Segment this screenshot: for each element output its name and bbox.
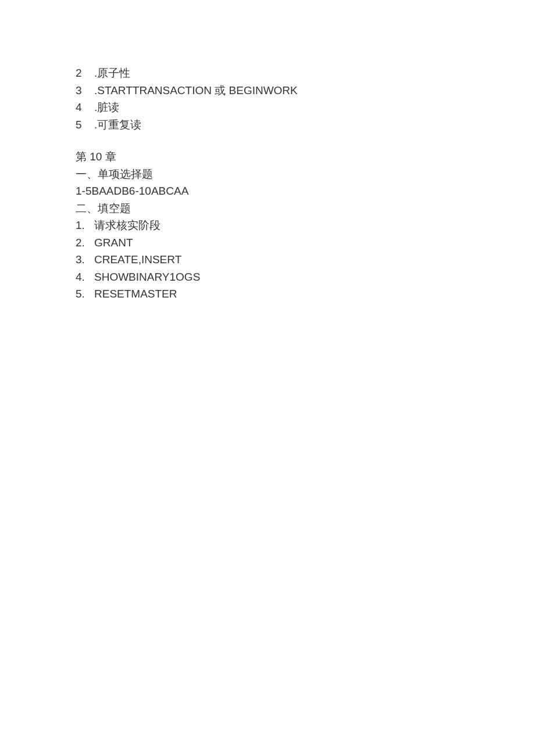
item-text: .脏读 <box>94 99 119 116</box>
item-text: .STARTTRANSACTION 或 BEGINWORK <box>94 83 298 99</box>
item-number: 5 <box>76 117 84 134</box>
item-text: GRANT <box>94 235 133 252</box>
item-number: 3. <box>76 252 94 268</box>
item-number: 3 <box>76 83 84 99</box>
part1-heading: 一、单项选择题 <box>76 166 459 183</box>
part2-heading: 二、填空题 <box>76 200 459 217</box>
list-item: 2. GRANT <box>76 235 459 252</box>
item-text: 请求核实阶段 <box>94 217 160 234</box>
item-text: .原子性 <box>94 65 130 82</box>
list-item: 5. RESETMASTER <box>76 286 459 303</box>
item-text: CREATE,INSERT <box>94 252 181 268</box>
item-text: SHOWBINARY1OGS <box>94 269 200 286</box>
chapter-block: 第 10 章 一、单项选择题 1-5BAADB6-10ABCAA 二、填空题 1… <box>76 149 459 303</box>
section-a-list: 2 .原子性 3 .STARTTRANSACTION 或 BEGINWORK 4… <box>76 65 459 133</box>
item-number: 4 <box>76 99 84 116</box>
list-item: 2 .原子性 <box>76 65 459 82</box>
list-item: 4. SHOWBINARY1OGS <box>76 269 459 286</box>
item-gap <box>84 99 94 116</box>
list-item: 5 .可重复读 <box>76 117 459 134</box>
part1-answer: 1-5BAADB6-10ABCAA <box>76 183 459 200</box>
item-text: RESETMASTER <box>94 286 177 303</box>
list-item: 3. CREATE,INSERT <box>76 252 459 268</box>
item-text: .可重复读 <box>94 117 141 134</box>
list-item: 4 .脏读 <box>76 99 459 116</box>
item-gap <box>84 65 94 82</box>
list-item: 3 .STARTTRANSACTION 或 BEGINWORK <box>76 83 459 99</box>
item-number: 1. <box>76 217 94 234</box>
item-gap <box>84 117 94 134</box>
item-gap <box>84 83 94 99</box>
item-number: 4. <box>76 269 94 286</box>
chapter-title: 第 10 章 <box>76 149 459 166</box>
item-number: 5. <box>76 286 94 303</box>
item-number: 2. <box>76 235 94 252</box>
item-number: 2 <box>76 65 84 82</box>
list-item: 1. 请求核实阶段 <box>76 217 459 234</box>
